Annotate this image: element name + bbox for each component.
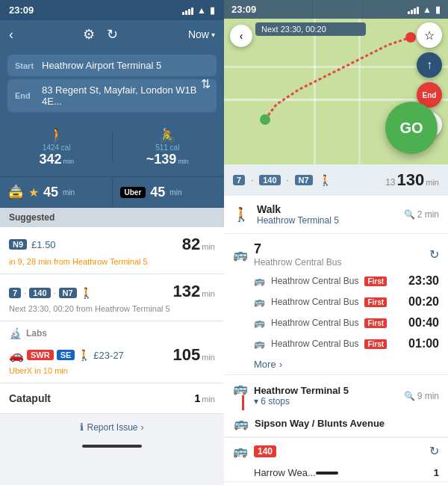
sipson-stop-info: Sipson Way / Blunts Avenue — [255, 418, 439, 429]
battery-icon: ▮ — [210, 5, 215, 16]
go-button[interactable]: GO — [385, 102, 438, 154]
taxi-option[interactable]: 🚖 ★ 45 min — [0, 177, 112, 207]
catapult-unit: min — [202, 395, 215, 404]
route-card-n9[interactable]: N9 £1.50 82 min in 9, 28 min from Heathr… — [0, 227, 224, 274]
complex-next: Next 23:30, 00:20 from Heathrow Terminal… — [9, 304, 215, 313]
dep-time-3: 01:00 — [408, 337, 439, 350]
stop-count[interactable]: ▾ 6 stops — [254, 396, 398, 407]
total-unit: min — [426, 178, 439, 187]
chevron-right-icon: › — [141, 422, 144, 433]
walk-unit: min — [63, 158, 75, 165]
walk-time: 342 — [39, 152, 61, 167]
first-badge-0: First — [364, 277, 387, 286]
sipson-stop-name: Sipson Way / Blunts Avenue — [255, 418, 439, 429]
more-row[interactable]: More › — [224, 354, 448, 374]
end-label: End — [15, 91, 36, 100]
bus-stop-icon-3: 🚌 — [254, 339, 265, 349]
back-button[interactable]: ‹ — [9, 27, 13, 43]
first-badge-1: First — [364, 297, 387, 307]
route-card-complex[interactable]: 7 · 140 · N7 🚶 132 min Next 23:30, 00:20… — [0, 274, 224, 321]
harrow-name: Harrow Wea... — [254, 467, 316, 478]
labs-unit: min — [202, 353, 215, 362]
left-time: 23:09 — [9, 4, 34, 16]
map-back-button[interactable]: ‹ — [230, 25, 252, 47]
n9-badge: N9 — [9, 239, 27, 250]
walk-cal: 1424 cal — [43, 143, 71, 152]
catapult-card[interactable]: Catapult 1 min — [0, 383, 224, 414]
left-status-bar: 23:09 ▲ ▮ — [0, 0, 224, 20]
uber-option[interactable]: Uber 45 min — [113, 177, 225, 207]
harrow-bar — [316, 472, 338, 475]
cycle-icon: 🚴 — [159, 127, 175, 143]
labs-card[interactable]: 🔬 Labs 🚗 SWR SE 🚶 £23-27 105 min — [0, 321, 224, 383]
walk-section: 🚶 Walk Heathrow Terminal 5 🔍 2 min — [224, 196, 448, 234]
now-button[interactable]: Now ▾ — [188, 28, 215, 40]
report-row: ℹ Report Issue › — [0, 414, 224, 440]
left-status-icons: ▲ ▮ — [182, 5, 215, 16]
complex-unit: min — [202, 289, 215, 298]
map-time: 23:09 — [231, 4, 256, 15]
dep-label-1: Heathrow Central Bus — [271, 297, 358, 307]
signal-bars — [182, 6, 193, 15]
heathrow-stop-row: 🚌 Heathrow Terminal 5 ▾ 6 stops 🔍 9 min — [224, 375, 448, 416]
walk-info: Walk Heathrow Terminal 5 — [257, 203, 396, 226]
stop-line — [242, 395, 244, 410]
walk-icon-detail: 🚶 — [233, 206, 249, 223]
bus-stop-icon-ht5: 🚌 — [233, 381, 248, 395]
map-battery-icon: ▮ — [435, 4, 441, 15]
signal-bar-2 — [185, 10, 187, 15]
map-status-icons: ▲ ▮ — [408, 4, 441, 15]
bus140-refresh-button[interactable]: ↻ — [429, 444, 439, 458]
bus140-icon: 🚌 — [233, 444, 248, 458]
harrow-row: Harrow Wea... 1 — [224, 464, 448, 481]
walk-row: 🚶 Walk Heathrow Terminal 5 🔍 2 min — [224, 196, 448, 233]
bus7-refresh-button[interactable]: ↻ — [429, 247, 439, 262]
labs-price: £23-27 — [93, 350, 123, 361]
swap-button[interactable]: ⇅ — [201, 76, 211, 90]
end-input-row[interactable]: End 83 Regent St, Mayfair, London W1B 4E… — [7, 79, 217, 112]
start-label: Start — [15, 61, 36, 70]
route-inputs: Start Heathrow Airport Terminal 5 End 83… — [0, 49, 224, 118]
bus-stop-icon-0: 🚌 — [254, 276, 265, 286]
total-time: 130 — [397, 170, 425, 190]
uber-unit: min — [169, 188, 181, 197]
bus-stop-icon-2: 🚌 — [254, 318, 265, 328]
departure-row-0: 🚌 Heathrow Central Bus First 23:30 — [224, 271, 448, 291]
labs-walk-icon: 🚶 — [78, 349, 90, 361]
stop-time-display: 🔍 9 min — [404, 391, 439, 401]
svg-point-1 — [405, 32, 416, 43]
detail-list: 🚶 Walk Heathrow Terminal 5 🔍 2 min 🚌 7 H… — [224, 196, 448, 485]
badge-7: 7 — [9, 288, 21, 298]
bus7-stop: Heathrow Central Bus — [254, 257, 341, 268]
taxi-unit: min — [63, 188, 75, 197]
map-status-bar: 23:09 ▲ ▮ — [224, 0, 448, 19]
walk-title: Walk — [257, 203, 396, 215]
map-signal-bars — [408, 5, 419, 14]
suggested-header: Suggested — [0, 208, 224, 227]
uber-time: 45 — [150, 185, 165, 200]
refresh-button[interactable]: ↻ — [107, 26, 118, 43]
settings-button[interactable]: ⚙ — [83, 26, 95, 43]
star-button[interactable]: ☆ — [417, 22, 442, 48]
labs-label: Labs — [26, 328, 47, 339]
report-link[interactable]: ℹ Report Issue › — [80, 421, 143, 433]
dep-time-0: 23:30 — [408, 274, 439, 288]
labs-info: UberX in 10 min — [9, 366, 215, 375]
cycle-option[interactable]: 🚴 511 cal ~139 min — [119, 123, 217, 172]
end-value: 83 Regent St, Mayfair, London W1B 4E... — [42, 84, 209, 107]
dep-label-3: Heathrow Central Bus — [271, 339, 358, 349]
share-button[interactable]: ↑ — [417, 52, 442, 78]
departure-row-1: 🚌 Heathrow Central Bus First 00:20 — [224, 291, 448, 312]
dep-time-2: 00:40 — [408, 316, 439, 330]
route-total-time: 13 130 min — [385, 170, 439, 190]
walk-option[interactable]: 🚶 1424 cal 342 min — [7, 123, 106, 172]
start-value: Heathrow Airport Terminal 5 — [42, 60, 209, 71]
content-area: Suggested N9 £1.50 82 min in 9, 28 min f… — [0, 208, 224, 485]
signal-bar-1 — [182, 12, 184, 15]
map-area: 23:09 ▲ ▮ ‹ Next 23:30, 00:20 ☆ ↑ End ◆ — [224, 0, 448, 164]
stop-section: 🚌 Heathrow Terminal 5 ▾ 6 stops 🔍 9 min … — [224, 375, 448, 437]
complex-badges: 7 · 140 · N7 🚶 — [9, 287, 93, 299]
left-panel: 23:09 ▲ ▮ ‹ ⚙ ↻ Now ▾ Start Heathrow Air… — [0, 0, 224, 485]
departure-row-3: 🚌 Heathrow Central Bus First 01:00 — [224, 333, 448, 354]
start-input-row[interactable]: Start Heathrow Airport Terminal 5 — [7, 55, 217, 76]
